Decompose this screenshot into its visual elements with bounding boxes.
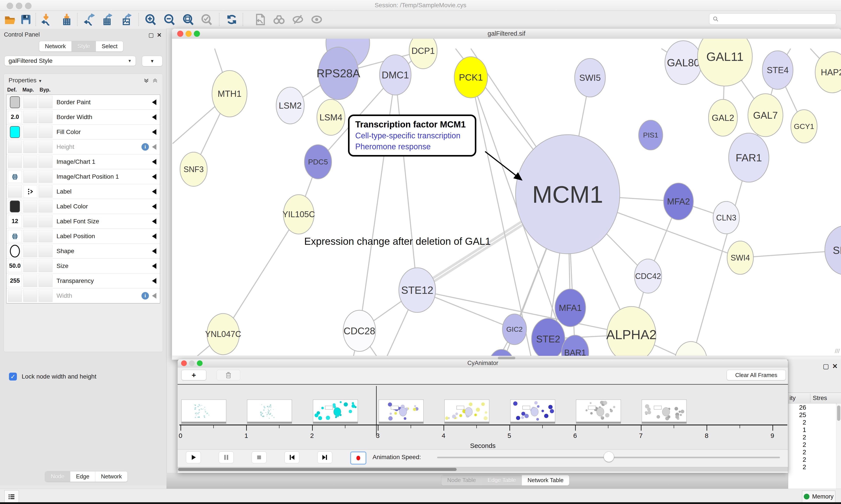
- frame-thumbnail-0[interactable]: [181, 399, 226, 424]
- add-frame-button[interactable]: +: [181, 370, 206, 380]
- maximize-traffic-light[interactable]: [25, 3, 32, 9]
- table-cell-value[interactable]: 1: [788, 426, 836, 433]
- property-row-image-chart-1[interactable]: Image/Chart 1: [6, 154, 160, 169]
- frame-thumbnail-7[interactable]: [642, 399, 686, 424]
- network-node-pis1[interactable]: PIS1: [639, 120, 663, 150]
- default-value[interactable]: 2.0: [11, 114, 19, 121]
- annotation-box[interactable]: Transcription factor MCM1 Cell-type-spec…: [348, 114, 476, 157]
- network-node-mcm1[interactable]: MCM1: [516, 134, 620, 254]
- bypass-cell[interactable]: [38, 289, 53, 302]
- table-cell-value[interactable]: 26: [788, 404, 836, 411]
- float-panel-icon[interactable]: ▢: [823, 362, 829, 370]
- memory-button[interactable]: Memory: [802, 491, 835, 502]
- bypass-cell[interactable]: [38, 274, 53, 287]
- property-row-size[interactable]: 50.0Size: [6, 258, 160, 273]
- resize-grip[interactable]: ///: [835, 348, 840, 355]
- network-node-pdc5[interactable]: PDC5: [304, 145, 332, 179]
- network-node-gal2[interactable]: GAL2: [709, 100, 737, 136]
- property-row-border-paint[interactable]: Border Paint: [6, 95, 160, 110]
- tab-network-table[interactable]: Network Table: [522, 475, 569, 485]
- import-network-icon[interactable]: [39, 13, 53, 26]
- property-row-label-color[interactable]: Label Color: [6, 199, 160, 214]
- network-node-gcy1[interactable]: GCY1: [791, 110, 817, 143]
- network-node-cln3[interactable]: CLN3: [713, 201, 739, 234]
- default-value[interactable]: 255: [10, 277, 20, 284]
- expand-arrow-icon[interactable]: [152, 189, 156, 194]
- mapping-cell[interactable]: [23, 215, 37, 228]
- expand-arrow-icon[interactable]: [152, 278, 156, 284]
- float-panel-icon[interactable]: ▢: [148, 32, 154, 38]
- network-node-far1[interactable]: FAR1: [729, 133, 769, 182]
- expand-arrow-icon[interactable]: [152, 218, 156, 224]
- network-node-swi5[interactable]: SWI5: [575, 58, 605, 97]
- network-node-mfa2[interactable]: MFA2: [664, 183, 693, 220]
- bypass-cell[interactable]: [38, 126, 53, 138]
- tab-network[interactable]: Network: [39, 41, 72, 51]
- export-table-icon[interactable]: [99, 13, 113, 26]
- table-cell-value[interactable]: 2: [788, 419, 836, 426]
- network-node-gal7[interactable]: GAL7: [748, 94, 783, 137]
- chevron-down-icon[interactable]: ▼: [38, 79, 42, 83]
- network-node-cdc28[interactable]: CDC28: [343, 310, 376, 352]
- pause-button[interactable]: [219, 451, 234, 463]
- bypass-cell[interactable]: [38, 156, 53, 168]
- mapping-cell[interactable]: [23, 289, 37, 302]
- maximize-traffic-light[interactable]: [197, 360, 202, 366]
- refresh-icon[interactable]: [225, 13, 239, 26]
- mapping-cell[interactable]: [23, 230, 37, 242]
- ellipse-shape-icon[interactable]: [10, 245, 20, 257]
- timeline[interactable]: 0123456789 Seconds: [178, 384, 788, 449]
- network-node-ste2[interactable]: STE2: [532, 318, 565, 360]
- table-cell-value[interactable]: 2: [788, 448, 836, 456]
- close-panel-icon[interactable]: ✕: [832, 362, 838, 370]
- default-cell[interactable]: [8, 230, 22, 242]
- default-cell[interactable]: [8, 245, 22, 257]
- tab-edge[interactable]: Edge: [70, 471, 95, 482]
- cyanimator-hscrollbar[interactable]: [178, 467, 788, 472]
- expand-arrow-icon[interactable]: [152, 174, 156, 180]
- network-node-dmc1[interactable]: DMC1: [379, 55, 411, 95]
- network-node-swi4[interactable]: SWI4: [727, 241, 753, 274]
- next-frame-button[interactable]: [317, 451, 332, 463]
- network-node-mfa1[interactable]: MFA1: [555, 289, 586, 327]
- expand-arrow-icon[interactable]: [152, 159, 156, 165]
- table-column-header[interactable]: Stres: [813, 395, 827, 401]
- network-node-lsm4[interactable]: LSM4: [317, 100, 345, 135]
- expand-arrow-icon[interactable]: [152, 114, 156, 120]
- collapse-all-icon[interactable]: [152, 77, 158, 85]
- import-table-icon[interactable]: [59, 13, 73, 26]
- default-value[interactable]: 12: [12, 218, 18, 224]
- open-folder-icon[interactable]: [3, 13, 17, 26]
- default-cell[interactable]: [8, 200, 22, 213]
- network-node-pck1[interactable]: PCK1: [454, 57, 487, 98]
- minimize-traffic-light[interactable]: [185, 31, 192, 37]
- network-node-gic2[interactable]: GIC2: [502, 314, 526, 345]
- default-cell[interactable]: [8, 170, 22, 183]
- record-button[interactable]: [350, 451, 366, 465]
- tab-edge-table[interactable]: Edge Table: [482, 475, 522, 485]
- close-traffic-light[interactable]: [6, 3, 13, 9]
- expand-arrow-icon[interactable]: [152, 233, 156, 239]
- tab-style[interactable]: Style: [72, 41, 96, 51]
- close-traffic-light[interactable]: [177, 31, 183, 37]
- network-hscroll-thumb[interactable]: [498, 357, 515, 359]
- property-row-label-position[interactable]: Label Position: [6, 229, 160, 244]
- network-node-ste12[interactable]: STE12: [399, 268, 435, 312]
- property-row-width[interactable]: Widthi: [6, 288, 160, 303]
- table-cell-value[interactable]: 2: [788, 463, 836, 471]
- frame-thumbnail-6[interactable]: [576, 399, 621, 424]
- table-cell-value[interactable]: 25: [788, 411, 836, 419]
- network-node-cdc42[interactable]: CDC42: [634, 259, 662, 293]
- expand-arrow-icon[interactable]: [152, 129, 156, 135]
- tab-network[interactable]: Network: [95, 471, 127, 482]
- stop-button[interactable]: [252, 451, 267, 463]
- expand-arrow-icon[interactable]: [152, 263, 156, 269]
- mapping-cell[interactable]: [23, 260, 37, 272]
- cyanimator-titlebar[interactable]: CyAnimator: [178, 359, 788, 367]
- table-cell-value[interactable]: 2: [788, 456, 836, 463]
- mapping-cell[interactable]: [23, 185, 37, 198]
- bypass-cell[interactable]: [38, 260, 53, 272]
- style-options-button[interactable]: ▼: [142, 56, 162, 66]
- mapping-cell[interactable]: [23, 111, 37, 123]
- close-panel-icon[interactable]: ✕: [157, 32, 162, 38]
